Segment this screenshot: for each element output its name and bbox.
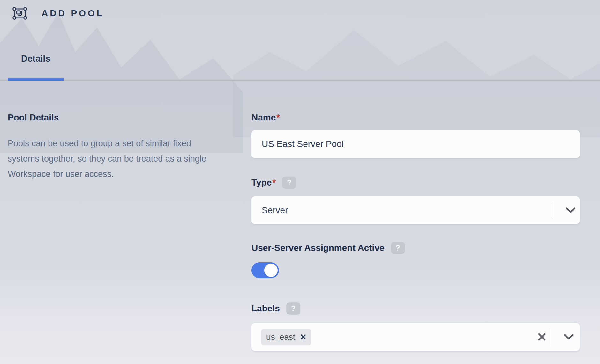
page-header: ADD POOL — [12, 6, 104, 21]
label-tag-text: us_east — [266, 332, 295, 342]
name-label: Name* — [251, 112, 280, 123]
page-title: ADD POOL — [41, 8, 104, 18]
type-select[interactable]: Server — [251, 196, 580, 224]
label-tag-remove-button[interactable] — [300, 334, 306, 340]
labels-label: Labels — [251, 303, 280, 314]
intro-section: Pool Details Pools can be used to group … — [8, 112, 215, 182]
labels-label-row: Labels ? — [251, 302, 580, 315]
assignment-label-row: User-Server Assignment Active ? — [251, 242, 580, 254]
labels-chevron[interactable] — [560, 327, 578, 346]
tab-active-indicator — [8, 78, 64, 81]
name-input[interactable] — [251, 130, 580, 158]
section-description: Pools can be used to group a set of simi… — [8, 136, 215, 182]
clear-all-icon — [538, 333, 546, 341]
pool-form: Name* Type* ? Server User-Server Assignm… — [251, 112, 580, 351]
tabs-divider — [0, 80, 600, 81]
type-help-icon[interactable]: ? — [282, 177, 296, 189]
tab-details-label: Details — [21, 54, 50, 63]
chevron-down-icon — [564, 334, 574, 340]
type-label: Type* — [251, 177, 276, 188]
close-icon — [300, 334, 306, 340]
assignment-label: User-Server Assignment Active — [251, 243, 385, 253]
assignment-help-icon[interactable]: ? — [391, 242, 405, 254]
labels-multiselect[interactable]: us_east — [251, 323, 580, 351]
select-divider — [551, 328, 551, 346]
section-title: Pool Details — [8, 112, 215, 123]
labels-clear-button[interactable] — [533, 327, 551, 346]
type-select-chevron[interactable] — [562, 201, 580, 220]
chevron-down-icon — [566, 207, 575, 213]
required-asterisk: * — [272, 178, 276, 187]
tab-details[interactable]: Details — [8, 54, 64, 64]
assignment-toggle[interactable] — [251, 262, 279, 278]
type-label-row: Type* ? — [251, 177, 580, 189]
labels-help-icon[interactable]: ? — [286, 302, 300, 315]
required-asterisk: * — [276, 113, 280, 122]
pool-icon — [12, 6, 27, 21]
label-tag: us_east — [261, 329, 311, 345]
toggle-knob — [264, 264, 278, 277]
name-label-row: Name* — [251, 112, 580, 123]
labels-controls — [533, 327, 580, 346]
type-select-value: Server — [262, 205, 553, 215]
select-divider — [553, 202, 553, 219]
